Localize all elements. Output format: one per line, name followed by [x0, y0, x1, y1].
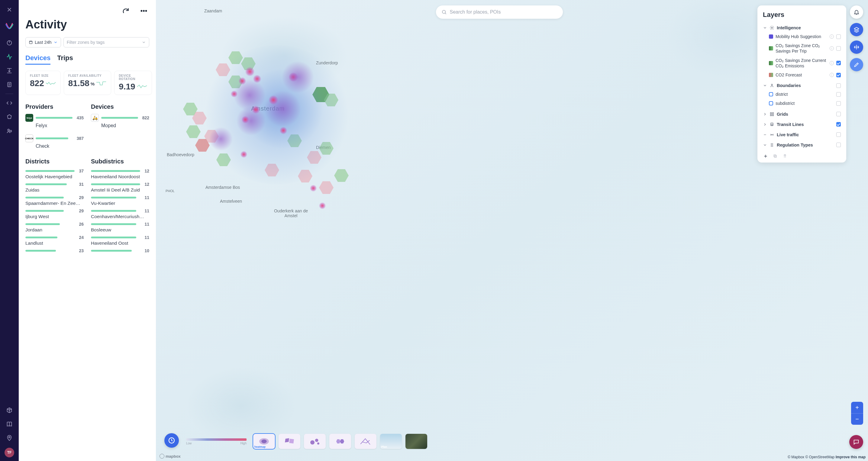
rank-row[interactable]: 31Zuidas — [25, 182, 84, 193]
device-row[interactable]: 🛵 822 Moped — [91, 114, 149, 128]
duplicate-layer-button[interactable] — [773, 153, 778, 159]
layer-checkbox[interactable] — [836, 34, 841, 39]
rank-row[interactable]: 10 — [91, 248, 149, 254]
map-search-input[interactable] — [450, 9, 557, 15]
layer-row[interactable]: Mobility Hub Suggestion i — [763, 32, 841, 41]
layer-checkbox[interactable] — [836, 143, 841, 147]
list-icon — [770, 143, 774, 147]
activity-panel: Activity Last 24h Filter zones by tags D… — [19, 0, 156, 461]
layer-checkbox[interactable] — [836, 101, 841, 106]
layer-row[interactable]: district — [763, 90, 841, 99]
layer-checkbox[interactable] — [836, 132, 841, 137]
nav-activity-icon[interactable] — [3, 51, 16, 63]
user-avatar[interactable]: TF — [4, 448, 14, 457]
nav-polygon-icon[interactable] — [3, 111, 16, 123]
zoom-in-button[interactable]: + — [851, 402, 863, 413]
rank-row[interactable]: 11Coenhaven/Mercuriush… — [91, 209, 149, 219]
notifications-button[interactable] — [850, 5, 863, 19]
layer-group-regulation[interactable]: Regulation Types — [763, 141, 841, 149]
rank-row[interactable]: 29Ijburg West — [25, 209, 84, 219]
refresh-button[interactable] — [120, 5, 131, 16]
layer-group-intelligence[interactable]: Intelligence — [763, 24, 841, 32]
svg-point-18 — [772, 125, 773, 125]
zoom-out-button[interactable]: − — [851, 413, 863, 425]
layer-checkbox[interactable] — [836, 83, 841, 88]
layer-row[interactable]: subdistrict — [763, 99, 841, 108]
rank-row[interactable]: 11Bosleeuw — [91, 222, 149, 233]
tab-devices[interactable]: Devices — [25, 54, 51, 65]
metric-device-rotation[interactable]: DEVICE ROTATION 9.19 — [114, 71, 152, 95]
rank-row[interactable]: 29Spaarndammer- En Zee… — [25, 195, 84, 206]
nav-code-icon[interactable] — [3, 97, 16, 109]
info-icon[interactable]: i — [830, 73, 834, 77]
map-search[interactable] — [436, 5, 563, 19]
metric-fleet-size[interactable]: FLEET SIZE 822 — [25, 71, 61, 95]
nav-power-icon[interactable] — [3, 37, 16, 49]
tab-trips[interactable]: Trips — [57, 54, 73, 65]
style-hexbin[interactable] — [329, 434, 351, 449]
recenter-button[interactable] — [850, 40, 863, 54]
style-plan[interactable]: Plan — [380, 434, 402, 449]
provider-row[interactable]: felyx 435 Felyx — [25, 114, 84, 128]
layers-button[interactable] — [850, 23, 863, 36]
more-button[interactable] — [138, 5, 149, 16]
rank-row[interactable]: 11Vu-Kwartier — [91, 195, 149, 206]
nav-download-icon[interactable] — [3, 65, 16, 77]
pencil-icon — [854, 62, 860, 68]
layer-group-traffic[interactable]: Live traffic — [763, 130, 841, 139]
nav-clipboard-icon[interactable] — [3, 79, 16, 91]
info-icon[interactable]: i — [830, 46, 834, 51]
nav-pin-icon[interactable] — [3, 432, 16, 444]
attrib-improve[interactable]: Improve this map — [836, 455, 866, 459]
rank-row[interactable]: 11Haveneiland Oost — [91, 235, 149, 246]
layer-checkbox[interactable] — [836, 46, 841, 51]
edit-button[interactable] — [850, 58, 863, 71]
style-network[interactable] — [355, 434, 376, 449]
style-bubbles[interactable] — [304, 434, 326, 449]
nav-users-icon[interactable] — [3, 125, 16, 137]
provider-count: 387 — [77, 136, 84, 141]
layer-checkbox[interactable] — [836, 61, 841, 65]
info-icon[interactable]: i — [830, 61, 834, 65]
clock-icon — [168, 437, 175, 444]
add-layer-button[interactable] — [763, 153, 768, 159]
rank-row[interactable]: 37Oostelijk Havengebied — [25, 168, 84, 179]
map-canvas[interactable]: Zaandam Zunderdorp Amsterdam Diemen Badh… — [156, 0, 868, 461]
rank-row[interactable]: 23 — [25, 248, 84, 254]
rank-name: Coenhaven/Mercuriush… — [91, 214, 149, 219]
layer-row[interactable]: CO₂ Savings Zone CO₂ Savings Per Trip i — [763, 41, 841, 56]
layer-name: CO2 Forecast — [776, 72, 827, 78]
attrib-mapbox[interactable]: © Mapbox — [787, 455, 804, 459]
nav-3d-icon[interactable] — [3, 404, 16, 416]
metric-fleet-availability[interactable]: FLEET AVAILABILITY 81.58 % — [64, 71, 111, 95]
layer-name: district — [776, 92, 834, 97]
layer-checkbox[interactable] — [836, 112, 841, 116]
time-control-button[interactable] — [164, 433, 179, 448]
provider-row[interactable]: CHECK 387 Check — [25, 134, 84, 149]
attrib-osm[interactable]: © OpenStreetMap — [805, 455, 834, 459]
app-logo[interactable] — [4, 21, 14, 31]
tag-filter-dropdown[interactable]: Filter zones by tags — [63, 37, 149, 48]
info-icon[interactable]: i — [830, 34, 834, 39]
rank-row[interactable]: 12Haveneiland Noordoost — [91, 168, 149, 179]
rank-row[interactable]: 12Amstel Iii Deel A/B Zuid — [91, 182, 149, 193]
chat-button[interactable] — [849, 435, 863, 449]
nav-book-icon[interactable] — [3, 418, 16, 430]
layer-checkbox[interactable] — [836, 92, 841, 97]
close-icon[interactable] — [3, 4, 16, 16]
layer-group-boundaries[interactable]: Boundaries — [763, 81, 841, 90]
delete-layer-button[interactable] — [782, 153, 787, 159]
style-choropleth[interactable] — [279, 434, 300, 449]
layer-checkbox[interactable] — [836, 73, 841, 77]
rank-row[interactable]: 24Landlust — [25, 235, 84, 246]
layer-group-title: Boundaries — [777, 83, 801, 88]
layer-group-grids[interactable]: Grids — [763, 110, 841, 118]
rank-row[interactable]: 26Jordaan — [25, 222, 84, 233]
layer-row[interactable]: CO₂ Savings Zone Current CO₂ Emissions i — [763, 56, 841, 70]
layer-checkbox[interactable] — [836, 122, 841, 127]
layer-row[interactable]: CO2 Forecast i — [763, 70, 841, 80]
style-heatmap[interactable]: heatmap — [253, 434, 275, 449]
layer-group-transit[interactable]: Transit Lines — [763, 120, 841, 129]
date-filter-dropdown[interactable]: Last 24h — [25, 37, 61, 48]
style-satellite[interactable] — [405, 434, 427, 449]
